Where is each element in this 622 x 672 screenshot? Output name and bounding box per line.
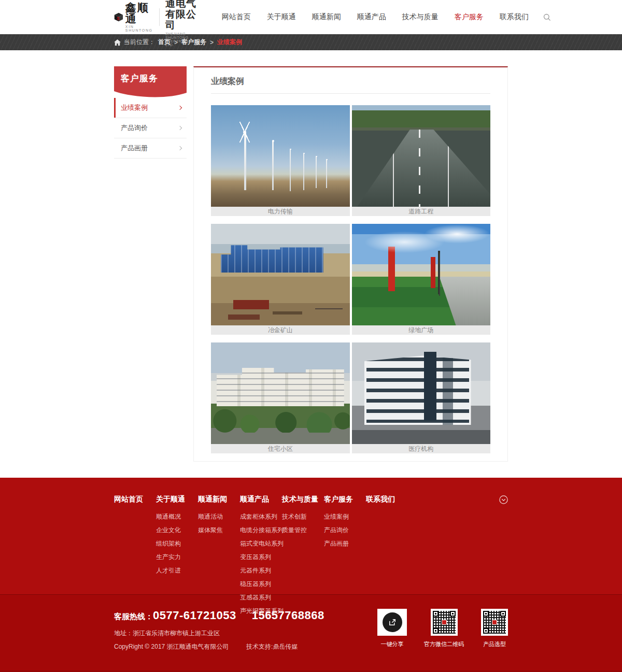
case-photo-mining-plant: [211, 224, 350, 325]
share-label: 一键分享: [377, 640, 407, 648]
search-icon[interactable]: [543, 13, 551, 21]
case-grid: 电力传输 道路工程 冶金矿山 绿地广场 住宅小区: [211, 105, 490, 453]
nav-item-home[interactable]: 网站首页: [222, 12, 251, 22]
footer-link[interactable]: 质量管控: [282, 526, 307, 534]
breadcrumb-service-link[interactable]: 客户服务: [181, 38, 206, 47]
sidebar-item-brochure[interactable]: 产品画册: [114, 138, 187, 159]
qr-eye: [433, 611, 439, 617]
product-qr-label: 产品选型: [481, 640, 508, 648]
case-card-power-transmission[interactable]: 电力传输: [211, 105, 350, 216]
chevron-down-circle-icon[interactable]: [499, 495, 508, 504]
case-card-medical[interactable]: 医疗机构: [352, 342, 491, 453]
footer: 网站首页 关于顺通 顺通概况 企业文化 组织架构 生产实力 人才引进 顺通新闻 …: [0, 478, 622, 672]
footer-link[interactable]: 电缆分接箱系列: [240, 526, 284, 534]
sidebar-item-cases[interactable]: 业绩案例: [114, 98, 187, 118]
case-caption: 绿地广场: [352, 325, 491, 335]
footer-link[interactable]: 变压器系列: [240, 553, 271, 561]
footer-contact-info: 客服热线： 0577-61721053 15657768868 地址：浙江省乐清…: [114, 609, 324, 651]
sidebar-item-inquiry[interactable]: 产品询价: [114, 118, 187, 138]
breadcrumb-home-link[interactable]: 首页: [158, 38, 171, 47]
qr-center-logo: [442, 620, 447, 625]
sidebar-item-label: 产品询价: [121, 123, 148, 133]
nav-item-products[interactable]: 顺通产品: [357, 12, 386, 22]
footer-link[interactable]: 媒体聚焦: [198, 526, 223, 534]
nav-item-customer-service[interactable]: 客户服务: [455, 12, 484, 22]
footer-contact-section: 客服热线： 0577-61721053 15657768868 地址：浙江省乐清…: [0, 594, 622, 670]
footer-link[interactable]: 成套柜体系列: [240, 513, 277, 520]
company-name-cn: 浙江顺通电气有限公司: [165, 0, 206, 31]
footer-link[interactable]: 业绩案例: [324, 513, 349, 520]
nav-item-contact[interactable]: 联系我们: [500, 12, 529, 22]
home-icon: [114, 39, 121, 46]
wechat-qr-label: 官方微信二维码: [424, 640, 464, 648]
case-card-green-plaza[interactable]: 绿地广场: [352, 224, 491, 335]
footer-column-title[interactable]: 关于顺通: [156, 495, 198, 504]
footer-link[interactable]: 组织架构: [156, 540, 181, 547]
hotline-phone-1: 0577-61721053: [153, 609, 236, 622]
logo-name-cn: 鑫顺通: [125, 2, 153, 24]
case-photo-plaza: [352, 224, 491, 325]
footer-column-products: 顺通产品 成套柜体系列 电缆分接箱系列 箱式变电站系列 变压器系列 元器件系列 …: [240, 495, 282, 619]
footer-column-home: 网站首页: [114, 495, 156, 511]
logo-name-en: XIN SHUNTONG: [125, 25, 153, 32]
breadcrumb-separator: >: [210, 39, 214, 46]
sidebar: 客户服务 业绩案例 产品询价 产品画册: [114, 66, 187, 159]
footer-link[interactable]: 箱式变电站系列: [240, 540, 284, 547]
nav-item-about[interactable]: 关于顺通: [267, 12, 296, 22]
main-area: 客户服务 业绩案例 产品询价 产品画册 业绩案例: [0, 50, 622, 478]
sidebar-header-curve: [114, 90, 187, 98]
footer-link[interactable]: 元器件系列: [240, 567, 271, 574]
share-badge: 一键分享: [377, 609, 407, 648]
case-card-metallurgy-mining[interactable]: 冶金矿山: [211, 224, 350, 335]
footer-link[interactable]: 企业文化: [156, 526, 181, 534]
footer-link[interactable]: 稳压器系列: [240, 580, 271, 588]
hotline-phone-2: 15657768868: [252, 609, 324, 622]
hotline-label: 客服热线：: [114, 612, 153, 622]
footer-column-title[interactable]: 联系我们: [366, 495, 408, 504]
footer-link[interactable]: 产品询价: [324, 526, 349, 534]
breadcrumb-current: 业绩案例: [217, 38, 242, 47]
footer-link[interactable]: 顺通概况: [156, 513, 181, 520]
wechat-qr-badge: 官方微信二维码: [424, 609, 464, 648]
wechat-qr-code: [431, 609, 458, 636]
sidebar-item-label: 产品画册: [121, 144, 148, 153]
share-button[interactable]: [377, 609, 407, 636]
footer-column-title[interactable]: 客户服务: [324, 495, 366, 504]
qr-eye: [483, 628, 489, 634]
footer-column-news: 顺通新闻 顺通活动 媒体聚焦: [198, 495, 240, 538]
footer-link[interactable]: 人才引进: [156, 567, 181, 574]
nav-item-news[interactable]: 顺通新闻: [312, 12, 341, 22]
footer-column-customer-service: 客户服务 业绩案例 产品询价 产品画册: [324, 495, 366, 552]
footer-column-title[interactable]: 顺通新闻: [198, 495, 240, 504]
sidebar-item-label: 业绩案例: [121, 103, 148, 112]
footer-column-title[interactable]: 顺通产品: [240, 495, 282, 504]
nav-item-tech-quality[interactable]: 技术与质量: [402, 12, 439, 22]
copyright-text: CopyRight © 2017 浙江顺通电气有限公司: [114, 643, 229, 650]
case-photo-residential: [211, 342, 350, 444]
footer-link[interactable]: 生产实力: [156, 553, 181, 561]
footer-link[interactable]: 产品画册: [324, 540, 349, 547]
case-caption: 电力传输: [211, 207, 350, 216]
sidebar-menu: 业绩案例 产品询价 产品画册: [114, 98, 187, 159]
share-icon: [383, 612, 402, 632]
site-header: S 鑫顺通 XIN SHUNTONG 浙江顺通电气有限公司 ZHEJIANG S…: [0, 0, 622, 34]
footer-link[interactable]: 技术创新: [282, 513, 307, 520]
case-photo-hospital: [352, 342, 491, 444]
footer-column-title[interactable]: 技术与质量: [282, 495, 324, 504]
case-card-residential[interactable]: 住宅小区: [211, 342, 350, 453]
breadcrumb-prefix: 当前位置：: [124, 38, 155, 47]
chevron-right-icon: [178, 146, 182, 150]
product-qr-code: [481, 609, 508, 636]
footer-nav-section: 网站首页 关于顺通 顺通概况 企业文化 组织架构 生产实力 人才引进 顺通新闻 …: [0, 478, 622, 594]
product-qr-badge: 产品选型: [481, 609, 508, 648]
footer-column-title[interactable]: 网站首页: [114, 495, 156, 504]
copyright-line: CopyRight © 2017 浙江顺通电气有限公司 技术支持:鼎岳传媒: [114, 642, 324, 651]
case-photo-highway: [352, 105, 491, 207]
case-photo-wind-turbines: [211, 105, 350, 207]
footer-link[interactable]: 顺通活动: [198, 513, 223, 520]
chevron-right-icon: [178, 106, 182, 110]
content-panel: 业绩案例 电力传输 道路工程 冶金矿山 绿地广场: [193, 66, 508, 462]
breadcrumb-separator: >: [174, 39, 178, 46]
footer-link[interactable]: 互感器系列: [240, 594, 271, 601]
case-card-road-engineering[interactable]: 道路工程: [352, 105, 491, 216]
